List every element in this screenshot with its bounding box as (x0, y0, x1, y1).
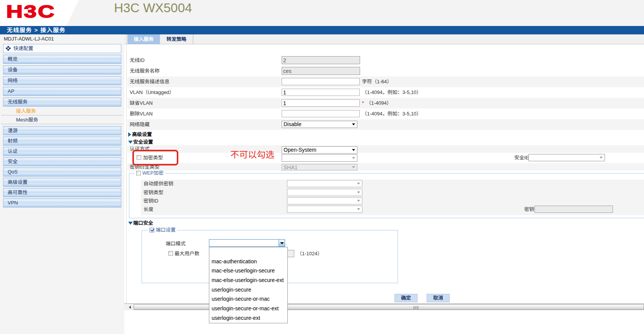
form-row-encrypt-type: 加密类型 安全IE (127, 153, 644, 163)
scrollbar-grip (414, 306, 414, 309)
tab-strip (124, 34, 644, 44)
dropdown-option[interactable]: mac-authentication (209, 257, 287, 266)
sidebar-subitem-access-service[interactable]: 接入服务 (2, 107, 122, 115)
form-row-key-derive: 密钥衍生类型 SHA1 (127, 163, 644, 170)
max-users-label: 最大用户数 (174, 250, 199, 258)
sidebar-item-radio[interactable]: 射频 (3, 136, 121, 146)
field-label: VLAN（Untagged） (130, 87, 174, 98)
field-hint: *（1-4094） (362, 98, 392, 109)
horizontal-scrollbar (124, 303, 644, 310)
sidebar-item-security[interactable]: 安全 (3, 157, 121, 166)
delete-vlan-input[interactable] (282, 110, 360, 117)
form-row-wireless-id: 无线ID (127, 55, 644, 66)
sidebar-item-wireless-service[interactable]: 无线服务 (3, 97, 121, 107)
port-mode-label: 端口模式 (166, 240, 186, 248)
dropdown-arrow-icon (357, 208, 360, 210)
scrollbar-grip (417, 306, 418, 309)
dropdown-arrow-icon (352, 166, 355, 168)
dropdown-option[interactable]: userlogin-secure-or-mac-ext (209, 304, 287, 313)
port-settings-legend: 端口设置 (148, 227, 177, 233)
port-settings-label: 端口设置 (156, 227, 176, 233)
port-settings-checkbox[interactable] (150, 228, 154, 232)
sidebar-subitem-mesh-service[interactable]: Mesh服务 (2, 115, 122, 124)
expanded-triangle-icon (128, 222, 133, 225)
form-row-delete-vlan: 删除VLAN （1-4094，例如：3-5,10） (127, 109, 644, 119)
vlan-untagged-input[interactable] (282, 89, 360, 96)
required-star: * (362, 100, 364, 106)
header: H3C H3C WX5004 (0, 0, 644, 26)
sidebar-item-roaming[interactable]: 漫游 (3, 126, 121, 135)
breadcrumb: 无线服务 > 接入服务 (7, 26, 66, 34)
max-users-checkbox[interactable] (168, 251, 173, 256)
wep-checkbox[interactable] (136, 171, 141, 175)
dropdown-arrow-icon (352, 157, 355, 159)
field-label: 长度 (143, 206, 153, 213)
length-select (287, 206, 362, 213)
field-label: 网络隐藏 (130, 119, 150, 130)
ok-button[interactable]: 确定 (395, 294, 417, 302)
dropdown-option[interactable]: mac-else-userlogin-secure (209, 266, 287, 276)
sidebar-item-authentication[interactable]: 认证 (3, 147, 121, 156)
encrypt-type-select (282, 154, 357, 162)
security-ie-select (528, 154, 605, 161)
form-row-service-desc: 无线服务描述信息 字符（1-64） (127, 76, 644, 87)
sidebar-item-advanced-settings[interactable]: 高级设置 (3, 178, 121, 187)
scrollbar-grip (416, 306, 416, 309)
tab-forward-policy[interactable]: 转发策略 (160, 34, 193, 44)
dropdown-option[interactable]: userlogin-secure-or-mac (209, 294, 287, 304)
field-hint: 字符（1-64） (362, 76, 392, 87)
cancel-button[interactable]: 取消 (427, 294, 450, 302)
form-row-vlan-untagged: VLAN（Untagged） （1-4094，例如：3-5,10） (127, 87, 644, 98)
section-label: 高级设置 (132, 131, 152, 137)
key-input (535, 206, 613, 213)
sidebar-item-qos[interactable]: QoS (3, 167, 121, 177)
field-label: 无线服务名称 (130, 66, 160, 76)
wep-row-auto-key: 自动提供密钥 (129, 180, 642, 188)
field-label: 缺省VLAN (130, 98, 153, 109)
collapsed-triangle-icon (128, 132, 131, 137)
sidebar-item-device[interactable]: 设备 (3, 65, 121, 75)
sidebar-item-high-availability[interactable]: 高可靠性 (3, 188, 121, 197)
expanded-triangle-icon (128, 141, 133, 144)
service-name-input (282, 67, 360, 75)
page: H3C H3C WX5004 无线服务 > 接入服务 MDJT-ADWL-LJ-… (0, 0, 644, 334)
port-mode-dropdown-button[interactable] (279, 240, 285, 246)
key-derive-select: SHA1 (282, 164, 357, 170)
left-arrow-icon (129, 306, 131, 309)
network-hide-select[interactable]: Disable (282, 121, 357, 128)
section-label: 端口安全 (133, 220, 153, 226)
wep-row-length: 长度 密钥 (129, 206, 642, 214)
select-value: Open-System (284, 147, 316, 153)
sidebar-item-overview[interactable]: 概览 (3, 55, 121, 64)
service-desc-input[interactable] (282, 78, 360, 85)
wep-legend: WEP加密 (135, 170, 165, 176)
sidebar-item-vpn[interactable]: VPN (3, 198, 121, 208)
section-security-settings[interactable]: 安全设置 (128, 138, 153, 146)
sidebar-item-ap[interactable]: AP (3, 87, 121, 96)
dropdown-option[interactable]: userlogin-secure-ext (209, 313, 287, 323)
dropdown-option[interactable]: mac-else-userlogin-secure-ext (209, 276, 287, 285)
dropdown-option-blank[interactable] (209, 247, 287, 257)
form-row-service-name: 无线服务名称 (127, 66, 644, 76)
tab-access-service[interactable]: 接入服务 (127, 34, 160, 44)
default-vlan-input[interactable] (282, 99, 360, 107)
field-hint-text: （1-4094） (366, 100, 391, 106)
wep-row-key-type: 密钥类型 (129, 189, 642, 197)
dropdown-arrow-icon (357, 183, 360, 185)
sidebar-item-network[interactable]: 网络 (3, 76, 121, 85)
field-hint: （1-4094，例如：3-5,10） (362, 87, 421, 98)
field-label: 无线服务描述信息 (130, 76, 170, 87)
dropdown-arrow-icon (352, 123, 355, 125)
dropdown-arrow-icon (352, 149, 355, 151)
content-left-divider (126, 34, 127, 310)
section-port-security[interactable]: 端口安全 (128, 219, 153, 227)
key-id-select (287, 197, 362, 204)
security-ie-label: 安全IE (514, 153, 529, 162)
sidebar-item-quick-config[interactable]: 快速配置 (3, 44, 121, 53)
section-advanced-settings[interactable]: 高级设置 (128, 131, 152, 138)
port-mode-select[interactable] (209, 239, 285, 247)
field-label: 自动提供密钥 (143, 180, 173, 187)
max-users-hint: （1-1024） (297, 250, 322, 258)
annotation-red-text: 不可以勾选 (230, 148, 274, 161)
dropdown-option[interactable]: userlogin-secure (209, 285, 287, 295)
